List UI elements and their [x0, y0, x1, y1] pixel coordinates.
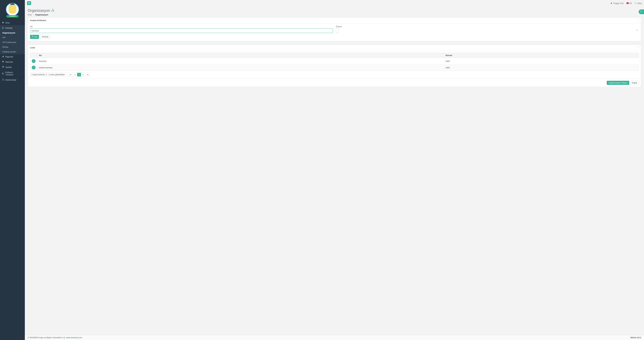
breadcrumb-home[interactable]: Giriş — [28, 14, 32, 16]
chevron-left-icon: ‹ — [22, 66, 23, 68]
sitemap-icon — [2, 27, 4, 29]
edit-row-button[interactable] — [32, 66, 36, 69]
svg-rect-8 — [28, 2, 30, 3]
create-organization-button[interactable]: Organizasyon Oluştur — [607, 81, 629, 85]
status-select-wrap — [336, 29, 639, 33]
svg-rect-3 — [2, 57, 3, 57]
chart-icon — [2, 56, 4, 58]
pager-next-button[interactable]: » — [81, 73, 85, 76]
sidebar-subitem-katalog-ayarlari[interactable]: Katalog Ayarları ‹ — [0, 49, 25, 54]
sidebar-item-katalog[interactable]: Katalog ⌄ — [0, 25, 25, 31]
clear-button[interactable]: Temizle — [40, 35, 50, 39]
bars-icon — [28, 2, 30, 5]
sidebar-subitem-api-kullanicilari[interactable]: API Kullanıcıları — [0, 40, 25, 45]
table-row: mirket-inomera Aktif — [30, 64, 639, 71]
breadcrumb-separator: / — [33, 14, 34, 16]
footer-copyright: © INOMERA Arge ve Bilişim Hizmetleri A.Ş… — [28, 336, 66, 339]
sidebar-item-ayarlar[interactable]: Ayarlar ‹ — [0, 65, 25, 70]
sidebar-submenu-katalog: Organizasyon API API Kullanıcıları Planl… — [0, 31, 25, 54]
svg-point-17 — [32, 36, 33, 37]
sidebar-toggle-button[interactable] — [27, 1, 31, 5]
name-label: Ad — [30, 26, 333, 28]
page-title-text: Organizasyon — [28, 9, 50, 13]
form-group-name: Ad — [30, 26, 333, 33]
panel-collapse-toggle[interactable]: ˄ — [638, 19, 639, 22]
sidebar-item-label: Raporlar — [5, 56, 13, 58]
status-select[interactable] — [336, 29, 339, 33]
svg-rect-0 — [3, 27, 3, 27]
panel-collapse-toggle[interactable]: ˄ — [638, 47, 639, 49]
sidebar-item-dokumanlar[interactable]: Dokümanlar ‹ — [0, 77, 25, 82]
search-button[interactable]: Ara — [30, 35, 39, 39]
sidebar-item-alarmlar[interactable]: Alarmlar — [0, 59, 25, 65]
pager-page-button[interactable]: 1 — [77, 73, 81, 76]
cogs-icon — [640, 10, 642, 13]
col-name: Ad — [37, 53, 444, 58]
sidebar-nav: Giriş Katalog ⌄ Organizasyon API API Kul… — [0, 20, 25, 82]
logo-mascot-icon — [8, 4, 16, 14]
sidebar-item-kullanici-yonetimi[interactable]: Kullanıcı Yönetimi ‹ — [0, 70, 25, 77]
list-panel-title: Liste — [30, 46, 35, 49]
col-actions — [30, 53, 37, 58]
user-icon — [610, 2, 612, 5]
search-form-row: Ad Durum — [30, 26, 639, 33]
pager-prev-button[interactable]: « — [73, 73, 77, 76]
sidebar-subitem-label: Katalog Ayarları — [2, 51, 16, 53]
svg-point-7 — [3, 73, 4, 73]
cell-name: mirket-inomera — [37, 64, 444, 71]
svg-rect-9 — [28, 3, 30, 3]
search-buttons: Ara Temizle — [30, 35, 639, 39]
edit-row-button[interactable] — [32, 59, 36, 63]
table-row: Inomera Aktif — [30, 58, 639, 64]
sidebar-item-label: Ayarlar — [5, 66, 12, 68]
topbar-logout-label: Çıkış — [637, 2, 642, 5]
topbar-user[interactable]: Turgay Can — [610, 2, 624, 5]
chevron-left-icon: ‹ — [22, 73, 23, 74]
sidebar-item-home[interactable]: Giriş — [0, 20, 25, 25]
topbar-logout[interactable]: Çıkış — [634, 2, 642, 5]
footer-link[interactable]: www.inomera.com — [66, 336, 82, 339]
footer: © INOMERA Arge ve Bilişim Hizmetleri A.Ş… — [25, 335, 644, 340]
brand-ribbon: PRIMARY — [7, 15, 18, 18]
search-panel-title: Arama Kriterleri — [30, 19, 46, 22]
cell-status: Aktif — [444, 58, 639, 64]
pager-last-button[interactable]: »» — [85, 73, 90, 76]
breadcrumb-current: Organizasyon — [35, 14, 48, 16]
status-label: Durum — [336, 26, 639, 28]
list-panel: Liste ˄ Ad Durum — [28, 45, 641, 87]
sidebar-subitem-organizasyon[interactable]: Organizasyon — [0, 31, 25, 35]
page-settings-button[interactable] — [639, 10, 644, 14]
sidebar-item-raporlar[interactable]: Raporlar ‹ — [0, 54, 25, 59]
svg-rect-5 — [4, 56, 4, 57]
page-content: Organizasyon Giriş / Organizasyon Arama … — [25, 6, 644, 340]
cell-name: Inomera — [37, 58, 444, 64]
pager-first-button[interactable]: «« — [68, 73, 73, 76]
sidebar-subitem-label: API — [2, 37, 6, 39]
close-button-label: Kapat — [632, 82, 637, 84]
pager-info: 2 kayıt bulundu, 1 - 2 arası gösteriliyo… — [30, 73, 67, 77]
name-input[interactable] — [30, 29, 333, 33]
footer-version: Mirket 4.9.2 — [630, 336, 641, 339]
home-icon — [2, 22, 4, 24]
create-button-label: Organizasyon Oluştur — [608, 82, 628, 84]
close-button[interactable]: Kapat — [630, 81, 639, 85]
topbar-language[interactable]: Dil — [626, 2, 632, 5]
sidebar-item-label: Dokümanlar — [5, 79, 16, 81]
topbar-right: Turgay Can Dil Çıkış — [610, 2, 642, 5]
cell-status: Aktif — [444, 64, 639, 71]
sidebar-subitem-label: API Kullanıcıları — [2, 41, 16, 44]
svg-rect-12 — [52, 9, 53, 10]
sidebar-subitem-planlar[interactable]: Planlar — [0, 45, 25, 49]
svg-rect-2 — [3, 28, 4, 29]
page-title: Organizasyon — [28, 9, 641, 13]
form-group-status: Durum — [336, 26, 639, 33]
sidebar-subitem-api[interactable]: API — [0, 35, 25, 40]
chevron-left-icon: ‹ — [22, 79, 23, 81]
search-panel: Arama Kriterleri ˄ Ad Durum — [28, 18, 641, 41]
sidebar-subitem-label: Organizasyon — [2, 32, 16, 34]
logo-circle — [6, 3, 19, 16]
cogs-icon — [2, 66, 4, 68]
brand-logo[interactable]: PRIMARY — [0, 0, 25, 20]
list-panel-body: Ad Durum — [28, 51, 641, 79]
search-icon — [32, 36, 34, 38]
